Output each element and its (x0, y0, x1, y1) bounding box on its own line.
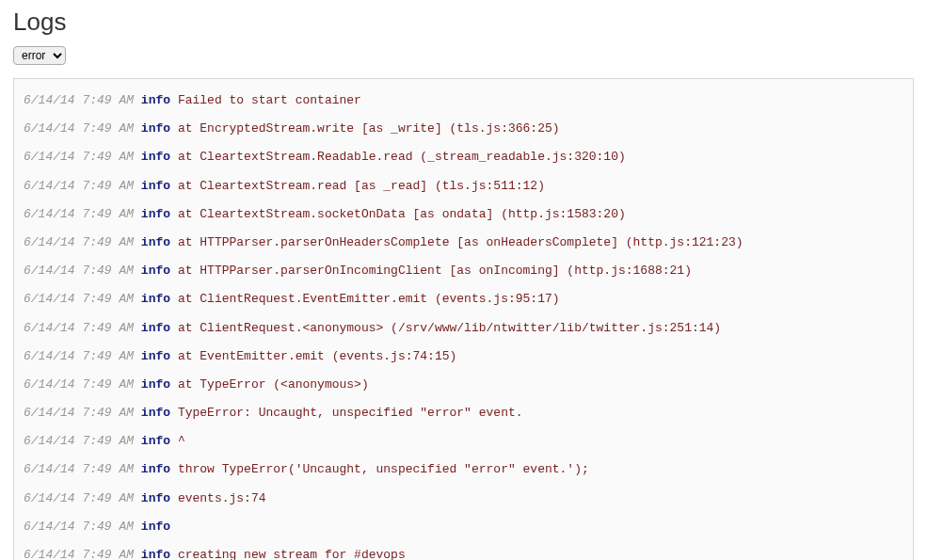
log-timestamp: 6/14/14 7:49 AM (24, 462, 134, 476)
log-level: info (141, 520, 170, 534)
log-level: info (141, 434, 170, 448)
log-line: 6/14/14 7:49 AM info at HTTPParser.parse… (24, 229, 903, 257)
log-message: at CleartextStream.read [as _read] (tls.… (178, 179, 545, 193)
log-message: at HTTPParser.parserOnHeadersComplete [a… (178, 235, 743, 249)
log-message: at CleartextStream.socketOnData [as onda… (178, 207, 626, 221)
log-message: creating new stream for #devops (178, 548, 406, 560)
page-title: Logs (13, 8, 914, 37)
log-message: at HTTPParser.parserOnIncomingClient [as… (178, 264, 692, 278)
log-level: info (141, 491, 170, 505)
log-timestamp: 6/14/14 7:49 AM (24, 321, 134, 335)
log-line: 6/14/14 7:49 AM info at ClientRequest.<a… (24, 314, 903, 343)
log-message: Failed to start container (178, 93, 361, 107)
log-line: 6/14/14 7:49 AM info at EncryptedStream.… (24, 115, 903, 143)
log-timestamp: 6/14/14 7:49 AM (24, 121, 134, 136)
log-level: info (141, 207, 170, 221)
log-line: 6/14/14 7:49 AM info at ClientRequest.Ev… (24, 285, 903, 313)
log-timestamp: 6/14/14 7:49 AM (24, 548, 134, 560)
log-line: 6/14/14 7:49 AM info ^ (24, 427, 903, 456)
log-level: info (141, 377, 170, 392)
log-line: 6/14/14 7:49 AM info (24, 513, 903, 541)
log-timestamp: 6/14/14 7:49 AM (24, 93, 134, 107)
log-line: 6/14/14 7:49 AM info at HTTPParser.parse… (24, 257, 903, 285)
log-message: ^ (178, 434, 185, 448)
log-message: at EncryptedStream.write [as _write] (tl… (178, 121, 560, 136)
log-timestamp: 6/14/14 7:49 AM (24, 179, 134, 193)
log-level: info (141, 179, 170, 193)
log-level: info (141, 548, 170, 560)
log-filter-select[interactable]: error (13, 46, 66, 65)
log-line: 6/14/14 7:49 AM info at TypeError (<anon… (24, 371, 903, 399)
log-line: 6/14/14 7:49 AM info at CleartextStream.… (24, 143, 903, 171)
log-message: at ClientRequest.<anonymous> (/srv/www/l… (178, 321, 721, 335)
log-timestamp: 6/14/14 7:49 AM (24, 235, 134, 249)
log-timestamp: 6/14/14 7:49 AM (24, 520, 134, 534)
log-line: 6/14/14 7:49 AM info Failed to start con… (24, 87, 903, 115)
log-message: at ClientRequest.EventEmitter.emit (even… (178, 292, 560, 306)
log-line: 6/14/14 7:49 AM info at EventEmitter.emi… (24, 343, 903, 371)
log-line: 6/14/14 7:49 AM info creating new stream… (24, 541, 903, 560)
log-timestamp: 6/14/14 7:49 AM (24, 491, 134, 505)
log-message: throw TypeError('Uncaught, unspecified "… (178, 462, 589, 476)
log-timestamp: 6/14/14 7:49 AM (24, 406, 134, 420)
log-level: info (141, 150, 170, 164)
log-level: info (141, 292, 170, 306)
log-level: info (141, 349, 170, 363)
log-level: info (141, 406, 170, 420)
log-level: info (141, 321, 170, 335)
log-level: info (141, 121, 170, 136)
log-level: info (141, 462, 170, 476)
log-message: at EventEmitter.emit (events.js:74:15) (178, 349, 456, 363)
log-timestamp: 6/14/14 7:49 AM (24, 292, 134, 306)
log-container: 6/14/14 7:49 AM info Failed to start con… (13, 78, 914, 560)
log-message: at CleartextStream.Readable.read (_strea… (178, 150, 626, 164)
log-level: info (141, 264, 170, 278)
log-message: events.js:74 (178, 491, 266, 505)
log-message: at TypeError (<anonymous>) (178, 377, 369, 392)
log-timestamp: 6/14/14 7:49 AM (24, 150, 134, 164)
log-timestamp: 6/14/14 7:49 AM (24, 207, 134, 221)
log-timestamp: 6/14/14 7:49 AM (24, 349, 134, 363)
log-timestamp: 6/14/14 7:49 AM (24, 377, 134, 392)
log-line: 6/14/14 7:49 AM info at CleartextStream.… (24, 172, 903, 200)
log-level: info (141, 235, 170, 249)
log-message: TypeError: Uncaught, unspecified "error"… (178, 406, 523, 420)
log-line: 6/14/14 7:49 AM info at CleartextStream.… (24, 200, 903, 229)
log-line: 6/14/14 7:49 AM info events.js:74 (24, 485, 903, 513)
log-level: info (141, 93, 170, 107)
log-line: 6/14/14 7:49 AM info throw TypeError('Un… (24, 456, 903, 484)
log-timestamp: 6/14/14 7:49 AM (24, 434, 134, 448)
log-timestamp: 6/14/14 7:49 AM (24, 264, 134, 278)
log-line: 6/14/14 7:49 AM info TypeError: Uncaught… (24, 399, 903, 427)
